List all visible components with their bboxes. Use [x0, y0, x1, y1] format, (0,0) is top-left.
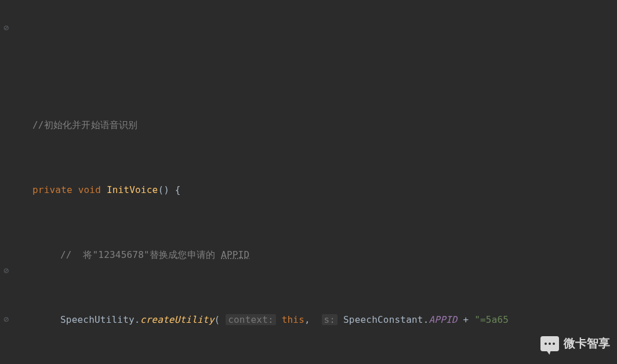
code-line[interactable]: private void InitVoice() { — [0, 182, 617, 198]
inlay-hint: s: — [322, 314, 338, 325]
code-line[interactable]: //初始化并开始语音识别 — [0, 117, 617, 133]
code-line[interactable]: // 将"12345678"替换成您申请的 APPID — [0, 247, 617, 263]
inlay-hint: context: — [226, 314, 276, 325]
watermark: 微卡智享 — [540, 336, 610, 351]
gutter-marker-icon: ⊘ — [3, 311, 9, 327]
gutter-marker-icon: ⊘ — [3, 20, 9, 36]
comment: //初始化并开始语音识别 — [32, 119, 138, 130]
code-editor[interactable]: ⊘ ⊘ ⊘ //初始化并开始语音识别 private void InitVoic… — [0, 0, 617, 364]
wechat-icon — [540, 336, 559, 351]
code-line[interactable]: SpeechUtility.createUtility( context: th… — [0, 312, 617, 328]
watermark-text: 微卡智享 — [564, 336, 610, 351]
gutter-marker-icon: ⊘ — [3, 263, 9, 279]
